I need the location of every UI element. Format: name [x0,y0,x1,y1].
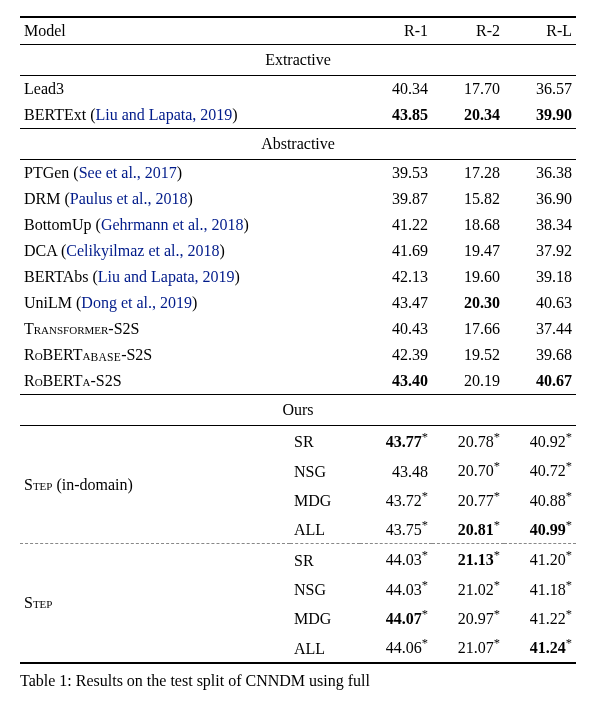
section-extractive: Extractive [20,45,576,76]
section-abstractive: Abstractive [20,129,576,160]
metric-cell: 43.40 [360,368,432,395]
metric-cell: 38.34 [504,212,576,238]
citation-link[interactable]: Liu and Lapata, 2019 [95,106,232,123]
metric-cell: 43.48 [360,455,432,484]
table-row: BottomUp (Gehrmann et al., 2018)41.2218.… [20,212,576,238]
metric-cell: 37.44 [504,316,576,342]
table-row: RoBERTa-S2S43.4020.1940.67 [20,368,576,395]
table-row: DCA (Celikyilmaz et al., 2018)41.6919.47… [20,238,576,264]
metric-cell: 41.20* [504,544,576,573]
table-row: BERTAbs (Liu and Lapata, 2019)42.1319.60… [20,264,576,290]
metric-cell: 19.52 [432,342,504,368]
table-row: StepSR44.03*21.13*41.20* [20,544,576,573]
citation-link[interactable]: Dong et al., 2019 [81,294,192,311]
metric-cell: 17.28 [432,160,504,187]
bottom-rule [20,663,576,664]
metric-cell: 42.39 [360,342,432,368]
metric-cell: 41.22* [504,603,576,632]
variant-label: SR [290,544,360,573]
table-header-row: Model R-1 R-2 R-L [20,17,576,45]
model-name: UniLM (Dong et al., 2019) [20,290,360,316]
metric-cell: 40.99* [504,514,576,544]
model-name: BERTExt (Liu and Lapata, 2019) [20,102,360,129]
metric-cell: 39.68 [504,342,576,368]
metric-cell: 40.72* [504,455,576,484]
metric-cell: 40.34 [360,76,432,103]
table-caption: Table 1: Results on the test split of CN… [20,672,576,690]
metric-cell: 37.92 [504,238,576,264]
metric-cell: 20.77* [432,485,504,514]
metric-cell: 43.77* [360,426,432,456]
col-rl: R-L [504,17,576,45]
table-row: Transformer-S2S40.4317.6637.44 [20,316,576,342]
metric-cell: 40.92* [504,426,576,456]
metric-cell: 36.57 [504,76,576,103]
metric-cell: 39.87 [360,186,432,212]
metric-cell: 40.67 [504,368,576,395]
metric-cell: 44.03* [360,544,432,573]
citation-link[interactable]: Gehrmann et al., 2018 [101,216,244,233]
variant-label: MDG [290,603,360,632]
caption-text: Results on the test split of CNNDM using… [76,672,370,689]
metric-cell: 20.19 [432,368,504,395]
model-name: PTGen (See et al., 2017) [20,160,360,187]
variant-label: ALL [290,632,360,662]
variant-label: SR [290,426,360,456]
table-row: Step (in-domain)SR43.77*20.78*40.92* [20,426,576,456]
metric-cell: 39.53 [360,160,432,187]
variant-label: NSG [290,574,360,603]
table-row: DRM (Paulus et al., 2018)39.8715.8236.90 [20,186,576,212]
table-row: Lead3 40.3417.7036.57 [20,76,576,103]
results-table: Model R-1 R-2 R-L Extractive Lead3 40.34… [20,16,576,664]
model-name: RoBERTaBASE-S2S [20,342,360,368]
metric-cell: 44.06* [360,632,432,662]
metric-cell: 39.90 [504,102,576,129]
metric-cell: 20.97* [432,603,504,632]
col-r2: R-2 [432,17,504,45]
table-row: PTGen (See et al., 2017)39.5317.2836.38 [20,160,576,187]
model-name: RoBERTa-S2S [20,368,360,395]
metric-cell: 20.78* [432,426,504,456]
metric-cell: 20.70* [432,455,504,484]
metric-cell: 42.13 [360,264,432,290]
metric-cell: 17.70 [432,76,504,103]
metric-cell: 44.03* [360,574,432,603]
section-label: Extractive [20,45,576,76]
metric-cell: 20.81* [432,514,504,544]
metric-cell: 40.43 [360,316,432,342]
table-row: RoBERTaBASE-S2S42.3919.5239.68 [20,342,576,368]
metric-cell: 17.66 [432,316,504,342]
group-label: Step [20,544,290,662]
section-ours: Ours [20,395,576,426]
citation-link[interactable]: Celikyilmaz et al., 2018 [66,242,219,259]
citation-link[interactable]: Liu and Lapata, 2019 [98,268,235,285]
model-name: BottomUp (Gehrmann et al., 2018) [20,212,360,238]
metric-cell: 39.18 [504,264,576,290]
metric-cell: 15.82 [432,186,504,212]
metric-cell: 19.60 [432,264,504,290]
citation-link[interactable]: See et al., 2017 [79,164,177,181]
metric-cell: 44.07* [360,603,432,632]
metric-cell: 20.34 [432,102,504,129]
metric-cell: 43.85 [360,102,432,129]
metric-cell: 41.18* [504,574,576,603]
variant-label: ALL [290,514,360,544]
model-name: Lead3 [20,76,360,103]
citation-link[interactable]: Paulus et al., 2018 [70,190,188,207]
variant-label: NSG [290,455,360,484]
metric-cell: 40.63 [504,290,576,316]
model-name: Transformer-S2S [20,316,360,342]
table-row: BERTExt (Liu and Lapata, 2019)43.8520.34… [20,102,576,129]
metric-cell: 41.24* [504,632,576,662]
caption-prefix: Table 1: [20,672,76,689]
metric-cell: 21.02* [432,574,504,603]
group-label: Step (in-domain) [20,426,290,544]
metric-cell: 21.07* [432,632,504,662]
metric-cell: 36.38 [504,160,576,187]
metric-cell: 36.90 [504,186,576,212]
col-r1: R-1 [360,17,432,45]
section-label: Ours [20,395,576,426]
metric-cell: 43.75* [360,514,432,544]
metric-cell: 43.72* [360,485,432,514]
variant-label: MDG [290,485,360,514]
